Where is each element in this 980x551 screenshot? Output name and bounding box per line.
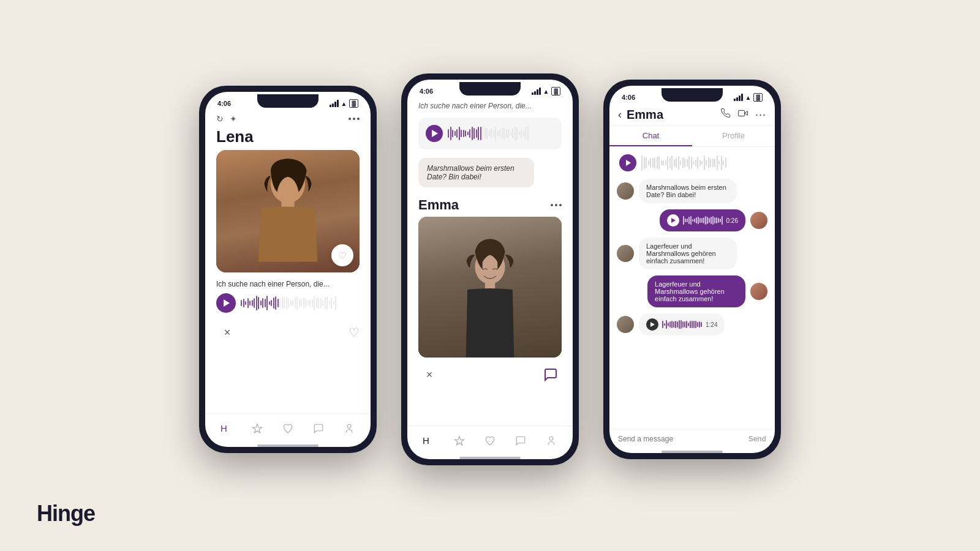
bubble-received-2: Lagerfeuer und Marshmallows gehören einf… <box>639 238 737 269</box>
nav-profile-1[interactable] <box>339 419 359 438</box>
notch-3 <box>662 88 723 102</box>
wifi-icon-3: ▲ <box>745 94 752 101</box>
msg-sent-text-1: Lagerfeuer und Marshmallows gehören einf… <box>617 276 767 307</box>
nav-chat-1[interactable] <box>309 419 328 438</box>
chat-input-bar: Send <box>609 429 775 448</box>
home-bar-3 <box>662 451 723 453</box>
phone-icon[interactable] <box>721 108 731 121</box>
battery-icon-1: ▓ <box>349 99 358 108</box>
signal-bars-3 <box>734 94 743 101</box>
signal-bars-1 <box>330 100 339 107</box>
nav-likes-1[interactable] <box>278 419 298 438</box>
battery-icon-3: ▓ <box>753 93 763 102</box>
tab-profile[interactable]: Profile <box>692 126 775 146</box>
more-icon-chat[interactable]: ··· <box>755 108 766 121</box>
duration-received-1: 1:24 <box>706 321 717 328</box>
more-menu-btn[interactable] <box>349 118 360 120</box>
chat-name: Emma <box>627 108 721 122</box>
nav-home-2[interactable]: H <box>419 431 439 451</box>
lena-figure <box>234 154 342 272</box>
play-mini-received-1[interactable] <box>646 318 658 331</box>
dismiss-btn-2[interactable]: × <box>418 364 440 386</box>
avatar-emma-3 <box>617 316 634 333</box>
chat-header-icons: ··· <box>721 108 766 121</box>
audio-bubble-received-1[interactable]: 1:24 <box>639 313 725 335</box>
chat-icon-btn-2[interactable] <box>540 364 562 386</box>
wifi-icon-1: ▲ <box>341 100 347 107</box>
play-triangle-1 <box>224 299 230 307</box>
avatar-me-1 <box>750 212 767 229</box>
battery-icon-2: ▓ <box>551 87 560 96</box>
avatar-me-2 <box>750 283 767 300</box>
heart-btn-1[interactable]: ♡ <box>349 325 360 340</box>
settings-icon[interactable]: ✦ <box>230 114 237 124</box>
home-bar-1 <box>257 444 318 447</box>
discovery-play-btn[interactable] <box>426 125 443 142</box>
audio-bubble-sent-1[interactable]: 0:26 <box>660 209 745 231</box>
action-row-1: × ♡ <box>205 317 371 348</box>
wifi-icon-2: ▲ <box>543 88 549 95</box>
nav-home-1[interactable]: H <box>217 419 236 438</box>
discovery-prompt: Ich suche nach einer Person, die... <box>407 98 573 114</box>
discovery-waveform <box>448 124 554 143</box>
nav-profile-2[interactable] <box>541 431 561 451</box>
discovery-play-tri <box>432 130 438 137</box>
svg-rect-8 <box>739 110 745 116</box>
back-btn[interactable]: ‹ <box>618 108 622 121</box>
nav-likes-2[interactable] <box>480 431 500 451</box>
avatar-emma-1 <box>617 182 634 200</box>
refresh-icon[interactable]: ↻ <box>216 114 224 124</box>
action-row-2: × <box>407 358 573 392</box>
audio-player-1[interactable] <box>216 293 360 313</box>
nav-chat-2[interactable] <box>511 431 530 451</box>
play-btn-chat-top[interactable] <box>619 154 636 171</box>
svg-text:H: H <box>221 423 227 433</box>
phone-chat: 4:06 ▲ ▓ ‹ Emma <box>603 80 781 459</box>
waveform-chat-top <box>641 153 765 173</box>
tab-chat[interactable]: Chat <box>609 126 692 146</box>
msg-received-audio-1: 1:24 <box>617 313 767 335</box>
svg-text:H: H <box>423 435 429 446</box>
phone-discovery: 4:06 ▲ ▓ Ich suche nach einer Person, di… <box>401 73 579 465</box>
signal-bars-2 <box>532 88 541 95</box>
emma-photo <box>418 217 562 358</box>
discovery-audio-msg[interactable] <box>418 118 562 149</box>
status-icons-2: ▲ ▓ <box>532 87 560 96</box>
video-icon[interactable] <box>738 108 748 121</box>
reply-bubble: Marshmallows beim ersten Date? Bin dabei… <box>418 158 534 187</box>
bubble-sent-1: Lagerfeuer und Marshmallows gehören einf… <box>647 276 745 307</box>
send-btn[interactable]: Send <box>748 435 766 443</box>
like-heart-btn[interactable]: ♡ <box>331 244 353 266</box>
duration-sent-1: 0:26 <box>726 217 738 224</box>
play-btn-1[interactable] <box>216 293 236 313</box>
profile-card-more[interactable] <box>551 204 562 206</box>
profile-header-row: ↻ ✦ <box>205 110 371 127</box>
hinge-logo: Hinge <box>37 501 95 527</box>
phones-container: 4:06 ▲ ▓ ↻ ✦ <box>199 73 781 465</box>
status-time-1: 4:06 <box>217 100 231 107</box>
profile-image-lena: ♡ <box>216 150 360 272</box>
home-bar-2 <box>459 457 521 459</box>
emma-figure <box>440 237 540 358</box>
phone-profile: 4:06 ▲ ▓ ↻ ✦ <box>199 86 377 453</box>
msg-received-1: Marshmallows beim ersten Date? Bin dabei… <box>617 179 767 203</box>
notch-2 <box>459 82 521 96</box>
svg-point-7 <box>549 437 553 440</box>
nav-discover-1[interactable] <box>247 419 267 438</box>
chat-messages: Marshmallows beim ersten Date? Bin dabei… <box>609 147 775 429</box>
notch <box>257 94 318 108</box>
chat-input[interactable] <box>618 435 744 443</box>
bottom-nav-1: H <box>205 413 371 442</box>
nav-discover-2[interactable] <box>450 431 469 451</box>
msg-sent-audio-1: 0:26 <box>617 209 767 231</box>
voice-msg-top <box>617 153 767 173</box>
status-icons-1: ▲ ▓ <box>330 99 358 108</box>
play-mini-sent-1[interactable] <box>667 214 679 227</box>
svg-point-3 <box>347 424 351 428</box>
wave-received-1 <box>662 318 702 331</box>
dismiss-btn-1[interactable]: × <box>216 321 238 343</box>
waveform-1 <box>241 293 360 313</box>
profile-card-name: Emma <box>418 197 459 213</box>
bottom-nav-2: H <box>407 425 573 454</box>
prompt-label-1: Ich suche nach einer Person, die... <box>216 280 360 288</box>
